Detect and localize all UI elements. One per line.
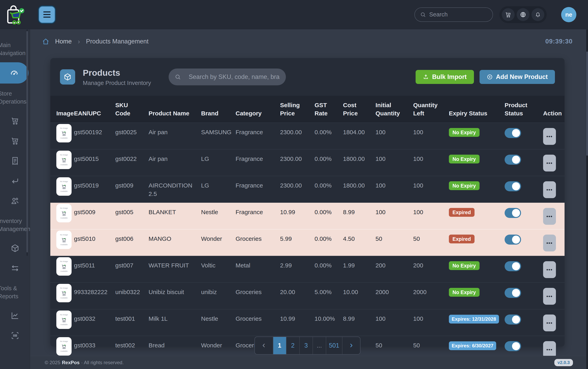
pagination-page-2[interactable]: 2 — [286, 337, 299, 354]
sidebar-item-orders[interactable] — [0, 131, 30, 151]
product-image: No ImageAvailable — [56, 310, 72, 329]
cell-quantity-left: 100 — [413, 176, 449, 203]
column-header: SKU Code — [115, 96, 148, 123]
global-search-input[interactable] — [429, 11, 487, 18]
rights-text: · All rights reserved. — [81, 360, 124, 365]
product-status-toggle[interactable] — [504, 208, 521, 218]
cell-initial-quantity: 100 — [376, 123, 413, 149]
sidebar-item-barcode[interactable] — [0, 326, 30, 346]
row-actions-button[interactable]: ••• — [543, 208, 556, 225]
sidebar-section-label: Tools & Reports — [0, 284, 30, 300]
cell-gst-rate: 0.00% — [315, 149, 343, 176]
cell-gst-rate: 0.00% — [315, 203, 343, 229]
product-status-toggle[interactable] — [504, 128, 521, 138]
product-status-toggle[interactable] — [504, 235, 521, 245]
product-status-toggle[interactable] — [504, 181, 521, 191]
product-status-toggle[interactable] — [504, 155, 521, 165]
product-status-toggle[interactable] — [504, 341, 521, 351]
cell-initial-quantity: 100 — [376, 149, 413, 176]
cell-brand: Voltic — [201, 256, 236, 283]
breadcrumb-home-link[interactable]: Home — [55, 38, 72, 45]
sidebar-section-label: Inventory Management — [0, 217, 30, 233]
products-table: ImageEAN/UPCSKU CodeProduct NameBrandCat… — [50, 96, 565, 369]
column-header: Cost Price — [343, 96, 376, 123]
column-header: GST Rate — [315, 96, 343, 123]
cell-sku: test001 — [115, 309, 148, 336]
product-status-toggle[interactable] — [504, 261, 521, 271]
cell-product-name: MANGO — [148, 229, 201, 256]
cell-product-name: Unibiz biscuit — [148, 283, 201, 309]
row-actions-button[interactable]: ••• — [543, 235, 556, 251]
column-header: Action — [543, 96, 565, 123]
product-status-toggle[interactable] — [504, 288, 521, 298]
page-scrollbar[interactable] — [586, 30, 588, 369]
cell-brand: LG — [201, 176, 236, 203]
add-new-product-button[interactable]: Add New Product — [480, 70, 555, 84]
row-actions-button[interactable]: ••• — [543, 315, 556, 331]
sidebar-item-returns[interactable] — [0, 171, 30, 191]
cell-cost-price: 4.50 — [343, 229, 376, 256]
breadcrumb-current: Products Management — [86, 38, 148, 45]
expiry-status-badge: Expired — [449, 235, 474, 243]
cell-quantity-left: 100 — [413, 203, 449, 229]
cell-quantity-left: 100 — [413, 123, 449, 149]
expiry-status-badge: No Expiry — [449, 128, 480, 137]
cell-selling-price: 2300.00 — [280, 149, 315, 176]
user-avatar[interactable]: ne — [561, 7, 576, 22]
table-row: No ImageAvailablegst500192gst0025Air pan… — [50, 123, 565, 149]
sidebar-item-dashboard[interactable] — [0, 62, 29, 83]
barcode-icon — [10, 331, 20, 340]
column-header: Category — [236, 96, 280, 123]
globe-icon[interactable] — [517, 8, 529, 21]
column-header: Expiry Status — [449, 96, 504, 123]
row-actions-button[interactable]: ••• — [543, 341, 556, 358]
pagination-prev-button[interactable]: ‹ — [255, 337, 273, 354]
pagination: ‹123...501› — [254, 337, 361, 355]
cell-gst-rate: 5.00% — [315, 283, 343, 309]
row-actions-button[interactable]: ••• — [543, 128, 556, 145]
sidebar-item-customers[interactable] — [0, 191, 30, 211]
cell-sku: gst006 — [115, 229, 148, 256]
cell-cost-price: 8.99 — [343, 309, 376, 336]
cell-product-name: Milk 1L — [148, 309, 201, 336]
pagination-page-3[interactable]: 3 — [299, 337, 313, 354]
cell-selling-price: 2300.00 — [280, 123, 315, 149]
pagination-page-501[interactable]: 501 — [326, 337, 342, 354]
bell-icon[interactable] — [531, 8, 544, 21]
pagination-page-1[interactable]: 1 — [273, 337, 286, 354]
sidebar-item-pos[interactable] — [0, 111, 30, 131]
pagination-next-button[interactable]: › — [342, 337, 360, 354]
sidebar-item-receipts[interactable] — [0, 151, 30, 171]
bulk-import-button[interactable]: Bulk Import — [416, 70, 474, 84]
cell-category: Groceries — [236, 309, 280, 336]
sidebar-item-transfers[interactable] — [0, 258, 30, 278]
row-actions-button[interactable]: ••• — [543, 181, 556, 198]
cell-initial-quantity: 100 — [376, 309, 413, 336]
column-header: Product Status — [504, 96, 543, 123]
row-actions-button[interactable]: ••• — [543, 155, 556, 172]
sidebar-toggle-button[interactable] — [39, 6, 55, 23]
sidebar-item-products[interactable] — [0, 238, 30, 258]
cell-quantity-left: 2000 — [413, 283, 449, 309]
products-card: Products Manage Product Inventory Bulk I… — [50, 58, 565, 347]
cart-check-icon[interactable] — [502, 8, 515, 21]
cart-check-icon — [10, 136, 20, 145]
sidebar-scrollbar[interactable] — [26, 30, 28, 256]
topbar: ne — [0, 0, 588, 29]
cell-quantity-left: 200 — [413, 256, 449, 283]
cell-gst-rate: 0.00% — [315, 229, 343, 256]
product-search — [168, 69, 286, 85]
table-header-row: ImageEAN/UPCSKU CodeProduct NameBrandCat… — [50, 96, 565, 123]
row-actions-button[interactable]: ••• — [543, 288, 556, 305]
product-search-input[interactable] — [189, 73, 280, 81]
sidebar: Main NavigationStore OperationsInventory… — [0, 30, 30, 369]
home-icon[interactable] — [42, 38, 50, 45]
sidebar-item-reports[interactable] — [0, 306, 30, 326]
product-status-toggle[interactable] — [504, 315, 521, 325]
table-row: No ImageAvailablegst5009gst005BLANKETNes… — [50, 203, 565, 229]
row-actions-button[interactable]: ••• — [543, 261, 556, 278]
table-row: No ImageAvailablegst0032test001Milk 1LNe… — [50, 309, 565, 336]
cell-cost-price: 10.00 — [343, 283, 376, 309]
chart-icon — [10, 311, 20, 320]
cell-brand: SAMSUNG — [201, 123, 236, 149]
